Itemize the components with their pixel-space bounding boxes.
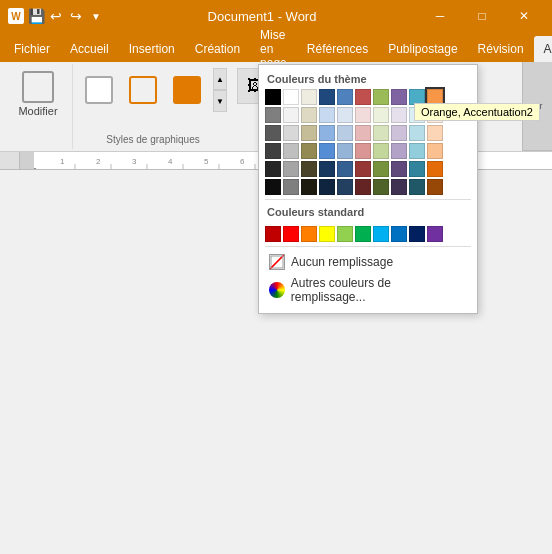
- swatch-2-2[interactable]: [301, 125, 317, 141]
- swatch-7-2[interactable]: [391, 125, 407, 141]
- swatch-2-1[interactable]: [301, 107, 317, 123]
- std-swatch-8[interactable]: [409, 226, 425, 242]
- swatch-8-3[interactable]: [409, 143, 425, 159]
- shape-preview-3: [173, 76, 201, 104]
- shape-style-3[interactable]: [167, 70, 207, 110]
- tab-references[interactable]: Références: [297, 36, 378, 62]
- swatch-9-4[interactable]: [427, 161, 443, 177]
- swatch-4-5[interactable]: [337, 179, 353, 195]
- swatch-0-3[interactable]: [265, 143, 281, 159]
- swatch-5-2[interactable]: [355, 125, 371, 141]
- std-swatch-7[interactable]: [391, 226, 407, 242]
- std-swatch-2[interactable]: [301, 226, 317, 242]
- swatch-1-3[interactable]: [283, 143, 299, 159]
- std-swatch-5[interactable]: [355, 226, 371, 242]
- swatch-6-2[interactable]: [373, 125, 389, 141]
- swatch-8-4[interactable]: [409, 161, 425, 177]
- swatch-6-0[interactable]: [373, 89, 389, 105]
- swatch-1-4[interactable]: [283, 161, 299, 177]
- svg-text:5: 5: [204, 157, 209, 166]
- tab-creation[interactable]: Création: [185, 36, 250, 62]
- tab-accueil[interactable]: Accueil: [60, 36, 119, 62]
- color-col-2: [301, 89, 317, 195]
- svg-text:4: 4: [168, 157, 173, 166]
- more-colors-button[interactable]: Autres couleurs de remplissage...: [265, 273, 471, 307]
- swatch-3-0[interactable]: [319, 89, 335, 105]
- tab-mise-en-page[interactable]: Mise en page: [250, 36, 297, 62]
- swatch-9-2[interactable]: [427, 125, 443, 141]
- swatch-5-0[interactable]: [355, 89, 371, 105]
- swatch-8-2[interactable]: [409, 125, 425, 141]
- swatch-5-4[interactable]: [355, 161, 371, 177]
- swatch-7-1[interactable]: [391, 107, 407, 123]
- separator-1: [265, 199, 471, 200]
- svg-rect-3: [271, 256, 283, 268]
- swatch-4-1[interactable]: [337, 107, 353, 123]
- swatch-5-3[interactable]: [355, 143, 371, 159]
- swatch-7-4[interactable]: [391, 161, 407, 177]
- swatch-8-5[interactable]: [409, 179, 425, 195]
- customize-button[interactable]: ▼: [88, 8, 104, 24]
- scroll-down[interactable]: ▼: [213, 90, 227, 112]
- minimize-button[interactable]: ─: [420, 0, 460, 32]
- swatch-3-2[interactable]: [319, 125, 335, 141]
- swatch-6-1[interactable]: [373, 107, 389, 123]
- tab-insertion[interactable]: Insertion: [119, 36, 185, 62]
- undo-button[interactable]: ↩: [48, 8, 64, 24]
- swatch-2-5[interactable]: [301, 179, 317, 195]
- swatch-0-5[interactable]: [265, 179, 281, 195]
- swatch-1-5[interactable]: [283, 179, 299, 195]
- svg-rect-6: [34, 168, 36, 170]
- swatch-2-4[interactable]: [301, 161, 317, 177]
- swatch-0-4[interactable]: [265, 161, 281, 177]
- swatch-7-5[interactable]: [391, 179, 407, 195]
- std-swatch-9[interactable]: [427, 226, 443, 242]
- maximize-button[interactable]: □: [462, 0, 502, 32]
- swatch-1-1[interactable]: [283, 107, 299, 123]
- modifier-group: Modifier: [4, 64, 73, 149]
- swatch-0-0[interactable]: [265, 89, 281, 105]
- tab-fichier[interactable]: Fichier: [4, 36, 60, 62]
- std-swatch-6[interactable]: [373, 226, 389, 242]
- swatch-3-3[interactable]: [319, 143, 335, 159]
- swatch-7-3[interactable]: [391, 143, 407, 159]
- swatch-2-3[interactable]: [301, 143, 317, 159]
- swatch-5-5[interactable]: [355, 179, 371, 195]
- swatch-4-4[interactable]: [337, 161, 353, 177]
- swatch-9-5[interactable]: [427, 179, 443, 195]
- shape-style-2[interactable]: [123, 70, 163, 110]
- close-button[interactable]: ✕: [504, 0, 544, 32]
- swatch-7-0[interactable]: [391, 89, 407, 105]
- swatch-5-1[interactable]: [355, 107, 371, 123]
- swatch-6-5[interactable]: [373, 179, 389, 195]
- swatch-1-0[interactable]: [283, 89, 299, 105]
- save-button[interactable]: 💾: [28, 8, 44, 24]
- swatch-6-4[interactable]: [373, 161, 389, 177]
- tab-publipostage[interactable]: Publipostage: [378, 36, 467, 62]
- no-fill-button[interactable]: Aucun remplissage: [265, 251, 471, 273]
- swatch-9-3[interactable]: [427, 143, 443, 159]
- swatch-2-0[interactable]: [301, 89, 317, 105]
- tab-active[interactable]: A...: [534, 36, 552, 62]
- std-swatch-3[interactable]: [319, 226, 335, 242]
- swatch-4-3[interactable]: [337, 143, 353, 159]
- swatch-4-2[interactable]: [337, 125, 353, 141]
- swatch-0-2[interactable]: [265, 125, 281, 141]
- swatch-0-1[interactable]: [265, 107, 281, 123]
- color-col-6: [373, 89, 389, 195]
- swatch-3-4[interactable]: [319, 161, 335, 177]
- tab-revision[interactable]: Révision: [468, 36, 534, 62]
- swatch-3-5[interactable]: [319, 179, 335, 195]
- swatch-4-0[interactable]: [337, 89, 353, 105]
- swatch-1-2[interactable]: [283, 125, 299, 141]
- std-swatch-0[interactable]: [265, 226, 281, 242]
- redo-button[interactable]: ↪: [68, 8, 84, 24]
- std-swatch-1[interactable]: [283, 226, 299, 242]
- scroll-up[interactable]: ▲: [213, 68, 227, 90]
- swatch-3-1[interactable]: [319, 107, 335, 123]
- title-bar-left: W 💾 ↩ ↪ ▼: [8, 8, 104, 24]
- swatch-6-3[interactable]: [373, 143, 389, 159]
- shape-style-1[interactable]: [79, 70, 119, 110]
- modifier-button[interactable]: Modifier: [12, 68, 64, 120]
- std-swatch-4[interactable]: [337, 226, 353, 242]
